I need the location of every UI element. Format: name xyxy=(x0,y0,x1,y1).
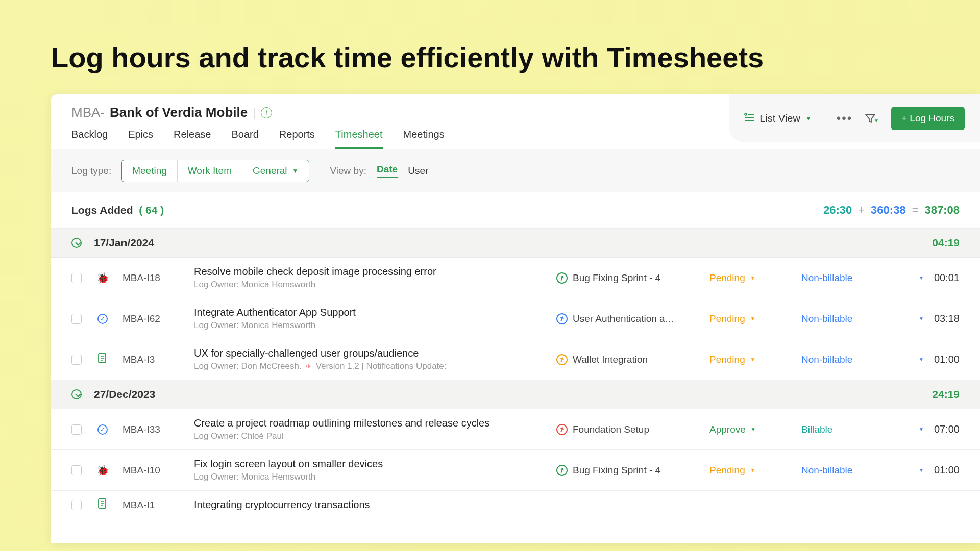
status-dropdown[interactable]: Pending▼ xyxy=(709,465,796,476)
item-id[interactable]: MBA-I18 xyxy=(122,272,189,284)
chevron-down-icon: ▼ xyxy=(292,167,299,174)
billable-dropdown[interactable]: Non-billable▼ xyxy=(801,313,924,324)
item-title[interactable]: Integrate Authenticator App Support xyxy=(194,307,551,318)
date-total: 24:19 xyxy=(932,388,960,400)
epic-name: Bug Fixing Sprint - 4 xyxy=(573,272,660,284)
item-owner: Log Owner: Monica Hemsworth xyxy=(194,472,551,482)
logtype-general[interactable]: General ▼ xyxy=(242,160,309,182)
log-row: ✓MBA-I33Create a project roadmap outlini… xyxy=(51,409,980,450)
billable-dropdown[interactable]: Billable▼ xyxy=(801,424,924,435)
item-title[interactable]: UX for specially-challenged user groups/… xyxy=(194,347,551,359)
filter-row: Log type: Meeting Work Item General ▼ Vi… xyxy=(51,149,980,192)
chevron-down-icon: ▼ xyxy=(750,467,755,473)
tab-board[interactable]: Board xyxy=(231,129,258,149)
chevron-down-icon: ▼ xyxy=(751,427,756,432)
clock-icon xyxy=(71,238,82,248)
plus-icon: + xyxy=(858,204,865,217)
row-checkbox[interactable] xyxy=(71,465,82,475)
epic-icon xyxy=(556,424,568,435)
epic-name: Wallet Integration xyxy=(573,354,648,365)
project-name: Bank of Verdia Mobile xyxy=(110,105,248,120)
epic-icon xyxy=(556,272,568,284)
time-value: 03:18 xyxy=(929,313,960,324)
epic-cell[interactable]: Bug Fixing Sprint - 4 xyxy=(556,272,704,284)
time-value: 01:00 xyxy=(929,354,960,365)
logtype-meeting[interactable]: Meeting xyxy=(122,160,178,182)
status-dropdown[interactable]: Pending▼ xyxy=(709,272,796,284)
epic-cell[interactable]: Bug Fixing Sprint - 4 xyxy=(556,465,704,476)
summary-label: Logs Added xyxy=(71,204,133,216)
log-hours-button[interactable]: + Log Hours xyxy=(891,107,965,130)
billable-dropdown[interactable]: Non-billable▼ xyxy=(801,354,924,365)
epic-name: Bug Fixing Sprint - 4 xyxy=(573,465,660,476)
row-checkbox[interactable] xyxy=(71,355,82,365)
tab-timesheet[interactable]: Timesheet xyxy=(335,129,383,149)
filter-icon[interactable]: ▼ xyxy=(865,113,879,124)
item-id[interactable]: MBA-I62 xyxy=(122,313,189,324)
item-title[interactable]: Create a project roadmap outlining miles… xyxy=(194,417,551,429)
row-checkbox[interactable] xyxy=(71,424,82,435)
status-label: Pending xyxy=(709,354,745,365)
log-extra: Version 1.2 | Notifications Update: xyxy=(316,361,447,371)
date-label: 17/Jan/2024 xyxy=(94,237,154,249)
chevron-down-icon: ▼ xyxy=(919,316,924,321)
log-row: 🐞MBA-I10Fix login screen layout on small… xyxy=(51,450,980,491)
epic-name: Foundation Setup xyxy=(573,424,649,435)
viewby-user[interactable]: User xyxy=(408,165,428,177)
tab-epics[interactable]: Epics xyxy=(128,129,153,149)
row-checkbox[interactable] xyxy=(71,273,82,283)
chevron-down-icon: ▼ xyxy=(750,357,755,362)
epic-cell[interactable]: User Authentication a… xyxy=(556,313,704,324)
tab-reports[interactable]: Reports xyxy=(279,129,315,149)
project-breadcrumb: MBA- Bank of Verdia Mobile | i xyxy=(71,105,445,120)
tab-backlog[interactable]: Backlog xyxy=(71,129,108,149)
epic-icon xyxy=(556,354,568,365)
summary-count: ( 64 ) xyxy=(139,204,164,216)
row-checkbox[interactable] xyxy=(71,314,82,324)
more-menu[interactable]: ••• xyxy=(837,111,852,126)
item-owner: Log Owner: Monica Hemsworth xyxy=(194,280,551,290)
item-title[interactable]: Resolve mobile check deposit image proce… xyxy=(194,266,551,278)
task-icon: ✓ xyxy=(97,314,108,324)
item-title[interactable]: Integrating cryptocurrency transactions xyxy=(194,499,551,511)
toolbar-right: List View ▼ ••• ▼ + Log Hours xyxy=(729,94,980,142)
bug-icon: 🐞 xyxy=(96,272,109,284)
epic-cell[interactable]: Foundation Setup xyxy=(556,424,704,435)
doc-icon xyxy=(98,353,107,366)
task-icon: ✓ xyxy=(97,424,108,435)
row-checkbox[interactable] xyxy=(71,500,82,510)
status-dropdown[interactable]: Pending▼ xyxy=(709,313,796,324)
status-dropdown[interactable]: Pending▼ xyxy=(709,354,796,365)
item-title[interactable]: Fix login screen layout on smaller devic… xyxy=(194,458,551,470)
billable-dropdown[interactable]: Non-billable▼ xyxy=(801,465,924,476)
divider xyxy=(320,163,320,179)
epic-cell[interactable]: Wallet Integration xyxy=(556,354,704,365)
log-row: MBA-I3UX for specially-challenged user g… xyxy=(51,339,980,380)
log-row: 🐞MBA-I18Resolve mobile check deposit ima… xyxy=(51,258,980,298)
info-icon[interactable]: i xyxy=(261,107,272,118)
view-mode-label: List View xyxy=(760,113,800,124)
chevron-down-icon: ▼ xyxy=(750,316,755,321)
item-id[interactable]: MBA-I33 xyxy=(122,424,189,435)
log-row: MBA-I1Integrating cryptocurrency transac… xyxy=(51,491,980,519)
project-prefix: MBA- xyxy=(71,105,105,120)
billable-label: Non-billable xyxy=(801,465,852,476)
item-owner: Log Owner: Monica Hemsworth xyxy=(194,320,551,331)
item-id[interactable]: MBA-I3 xyxy=(122,354,189,365)
billable-dropdown[interactable]: Non-billable▼ xyxy=(801,272,924,284)
view-mode-dropdown[interactable]: List View ▼ xyxy=(744,113,812,124)
item-id[interactable]: MBA-I1 xyxy=(122,499,189,511)
status-dropdown[interactable]: Approve▼ xyxy=(709,424,796,435)
equals-icon: = xyxy=(912,204,919,217)
date-group-header[interactable]: 27/Dec/202324:19 xyxy=(51,380,980,409)
tab-meetings[interactable]: Meetings xyxy=(403,129,445,149)
date-group-header[interactable]: 17/Jan/202404:19 xyxy=(51,229,980,258)
logtype-workitem[interactable]: Work Item xyxy=(178,160,242,182)
tab-release[interactable]: Release xyxy=(174,129,211,149)
epic-icon xyxy=(556,313,568,324)
date-total: 04:19 xyxy=(932,237,960,249)
summary-row: Logs Added ( 64 ) 26:30 + 360:38 = 387:0… xyxy=(51,192,980,229)
viewby-date[interactable]: Date xyxy=(377,164,398,178)
billable-label: Billable xyxy=(801,424,832,435)
item-id[interactable]: MBA-I10 xyxy=(122,465,189,476)
